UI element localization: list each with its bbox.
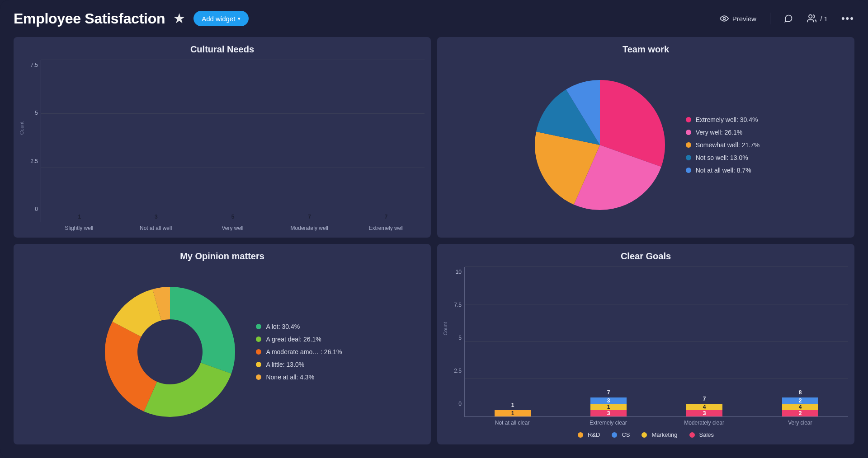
bar-total: 7 bbox=[590, 389, 627, 396]
bar-value: 7 bbox=[291, 214, 328, 220]
swatch-icon bbox=[256, 362, 261, 367]
y-tick: 10 bbox=[443, 269, 462, 275]
legend-item[interactable]: Extremely well: 30.4% bbox=[686, 116, 760, 123]
widget-title: My Opinion matters bbox=[20, 251, 425, 262]
svg-point-0 bbox=[723, 18, 725, 20]
widget-title: Team work bbox=[443, 44, 848, 55]
svg-point-1 bbox=[809, 15, 812, 18]
swatch-icon bbox=[686, 117, 691, 122]
legend-label: Very well: 26.1% bbox=[696, 129, 743, 136]
stacked-bar[interactable]: 2428 bbox=[782, 397, 819, 416]
y-tick: 0 bbox=[443, 401, 462, 407]
bar-value: 5 bbox=[215, 214, 251, 220]
legend-item[interactable]: Not so well: 13.0% bbox=[686, 154, 760, 161]
swatch-icon bbox=[686, 155, 691, 160]
widget-team-work[interactable]: Team work Extremely well: 30.4%Very well… bbox=[437, 37, 854, 238]
chevron-down-icon: ▾ bbox=[238, 16, 241, 22]
x-tick: Moderately well bbox=[283, 225, 336, 231]
viewers-button[interactable]: / 1 bbox=[807, 14, 828, 23]
preview-button[interactable]: Preview bbox=[720, 14, 756, 23]
eye-icon bbox=[720, 14, 729, 23]
x-tick: Not at all well bbox=[129, 225, 183, 231]
legend-item[interactable]: Marketing bbox=[642, 431, 677, 438]
legend-label: Not so well: 13.0% bbox=[696, 154, 748, 161]
bar-segment: 3 bbox=[686, 410, 723, 416]
legend-label: None at all: 4.3% bbox=[266, 374, 314, 381]
stacked-bar[interactable]: 11 bbox=[495, 410, 531, 416]
donut-svg bbox=[102, 284, 238, 420]
legend: A lot: 30.4%A great deal: 26.1%A moderat… bbox=[256, 323, 342, 381]
legend-label: Extremely well: 30.4% bbox=[696, 116, 758, 123]
swatch-icon bbox=[686, 142, 691, 148]
pie-svg bbox=[532, 77, 668, 213]
legend-item[interactable]: Sales bbox=[689, 431, 714, 438]
widget-opinion[interactable]: My Opinion matters A lot: 30.4%A great d… bbox=[14, 244, 431, 444]
widget-clear-goals[interactable]: Clear Goals Count 10 7.5 5 2.5 0 1131373… bbox=[437, 244, 854, 444]
bar-segment: 4 bbox=[686, 404, 723, 410]
chat-icon bbox=[784, 14, 793, 23]
legend-item[interactable]: A great deal: 26.1% bbox=[256, 336, 342, 343]
y-axis-ticks: 10 7.5 5 2.5 0 bbox=[443, 267, 464, 417]
favorite-icon[interactable]: ★ bbox=[173, 10, 185, 26]
x-tick: Not at all clear bbox=[486, 420, 539, 426]
donut-chart: A lot: 30.4%A great deal: 26.1%A moderat… bbox=[20, 265, 425, 438]
add-widget-button[interactable]: Add widget ▾ bbox=[193, 11, 249, 26]
y-tick: 0 bbox=[20, 206, 38, 212]
legend-label: CS bbox=[622, 431, 630, 438]
y-tick: 2.5 bbox=[20, 158, 38, 164]
bar-total: 1 bbox=[495, 402, 531, 408]
x-tick: Extremely well bbox=[359, 225, 413, 231]
pie-slice[interactable] bbox=[170, 287, 235, 374]
bar-total: 8 bbox=[782, 389, 819, 396]
x-tick: Slightly well bbox=[52, 225, 106, 231]
legend-item[interactable]: A moderate amo… : 26.1% bbox=[256, 348, 342, 355]
swatch-icon bbox=[256, 324, 261, 329]
swatch-icon bbox=[686, 168, 691, 173]
bar-segment: 1 bbox=[590, 404, 627, 410]
legend-label: Somewhat well: 21.7% bbox=[696, 141, 760, 149]
bar-segment: 1 bbox=[495, 410, 531, 416]
y-tick: 2.5 bbox=[443, 368, 462, 374]
legend: Extremely well: 30.4%Very well: 26.1%Som… bbox=[686, 116, 760, 174]
header-actions: Preview / 1 ••• bbox=[720, 13, 854, 24]
x-axis-labels: Slightly wellNot at all wellVery wellMod… bbox=[41, 225, 425, 231]
y-axis-ticks: 7.5 5 2.5 0 bbox=[20, 60, 41, 222]
y-axis-label: Count bbox=[19, 121, 24, 134]
viewers-count: / 1 bbox=[820, 15, 828, 23]
bar-segment: 4 bbox=[782, 404, 819, 410]
legend-item[interactable]: Very well: 26.1% bbox=[686, 129, 760, 136]
stacked-bar[interactable]: 3137 bbox=[590, 397, 627, 416]
x-tick: Very clear bbox=[773, 420, 827, 426]
legend-label: R&D bbox=[588, 431, 600, 438]
pie-chart: Extremely well: 30.4%Very well: 26.1%Som… bbox=[443, 58, 848, 231]
swatch-icon bbox=[256, 349, 261, 355]
legend-item[interactable]: Somewhat well: 21.7% bbox=[686, 141, 760, 149]
legend-item[interactable]: None at all: 4.3% bbox=[256, 374, 342, 381]
legend-label: A great deal: 26.1% bbox=[266, 336, 321, 343]
x-tick: Very well bbox=[206, 225, 259, 231]
pie-slice[interactable] bbox=[144, 363, 231, 417]
bar-segment: 2 bbox=[782, 410, 819, 416]
legend-item[interactable]: Not at all well: 8.7% bbox=[686, 167, 760, 174]
legend-item[interactable]: A lot: 30.4% bbox=[256, 323, 342, 330]
legend-label: Marketing bbox=[651, 431, 677, 438]
y-tick: 5 bbox=[20, 110, 38, 116]
header: Employee Satisfaction ★ Add widget ▾ Pre… bbox=[14, 8, 854, 29]
widget-cultural-needs[interactable]: Cultural Needs Count 7.5 5 2.5 0 13577 S… bbox=[14, 37, 431, 238]
people-icon bbox=[807, 14, 816, 23]
legend-item[interactable]: A little: 13.0% bbox=[256, 361, 342, 368]
x-axis-labels: Not at all clearExtremely clearModeratel… bbox=[464, 420, 848, 426]
legend-item[interactable]: R&D bbox=[578, 431, 600, 438]
more-menu[interactable]: ••• bbox=[841, 13, 854, 24]
legend-label: A moderate amo… : 26.1% bbox=[266, 348, 342, 355]
pie-slice[interactable] bbox=[105, 322, 157, 411]
swatch-icon bbox=[256, 374, 261, 380]
comments-button[interactable] bbox=[784, 14, 793, 23]
swatch-icon bbox=[578, 432, 583, 438]
header-divider bbox=[770, 13, 770, 24]
swatch-icon bbox=[612, 432, 617, 438]
page-title: Employee Satisfaction bbox=[14, 10, 165, 27]
stacked-bar[interactable]: 347 bbox=[686, 404, 723, 416]
plot-area: 13577 bbox=[41, 60, 425, 222]
legend-item[interactable]: CS bbox=[612, 431, 630, 438]
